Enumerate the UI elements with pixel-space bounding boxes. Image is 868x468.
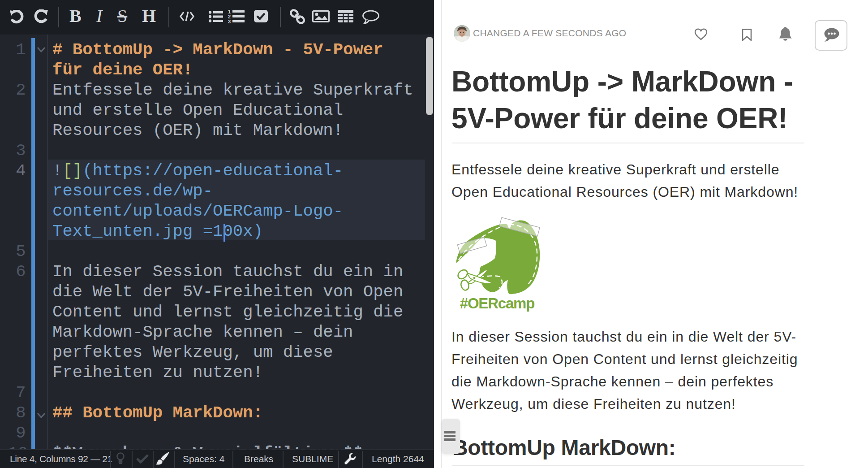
svg-text:3: 3 (228, 19, 231, 24)
